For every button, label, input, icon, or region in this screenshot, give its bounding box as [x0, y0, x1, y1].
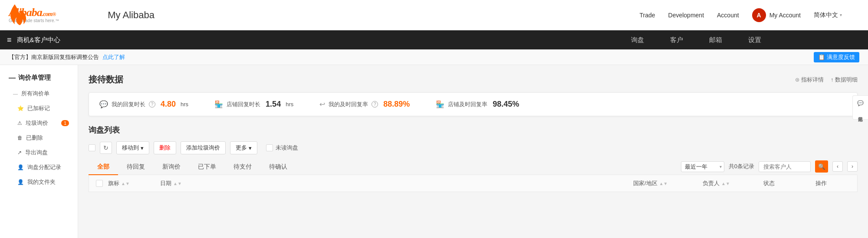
sidebar-item-spam[interactable]: ⚠ 垃圾询价 1 [0, 116, 78, 130]
stats-card: 💬 我的回复时长 ? 4.80 hrs 🏪 店铺回复时长 1.54 hrs ↩ … [89, 92, 858, 116]
top-nav-right: Trade Development Account A My Account 简… [639, 8, 859, 22]
help-icon-2[interactable]: ? [372, 101, 378, 108]
tab-pending-confirm[interactable]: 待确认 [260, 160, 296, 175]
sidebar-item-folder[interactable]: 👤 我的文件夹 [0, 175, 78, 189]
section-title: 商机&客户中心 [17, 36, 60, 44]
stat-shop-reply-time: 🏪 店铺回复时长 1.54 hrs [214, 100, 293, 109]
tab-pending-reply[interactable]: 待回复 [118, 160, 154, 175]
stat-shop-reply-rate: 🏪 店铺及时回复率 98.45% [436, 100, 519, 109]
unread-label: 未读询盘 [276, 144, 298, 152]
satisfaction-label: 满意度反馈 [827, 53, 855, 61]
search-input[interactable] [759, 161, 811, 172]
sort-icon-date: ▲▼ [173, 181, 182, 186]
stat-value-3: 88.89% [383, 100, 410, 109]
nav-inquiry[interactable]: 询盘 [618, 30, 657, 49]
tab-all[interactable]: 全部 [89, 160, 118, 175]
delete-button[interactable]: 删除 [154, 141, 176, 154]
search-button[interactable]: 🔍 [815, 160, 828, 173]
flag-icon: ⭐ [17, 105, 24, 111]
content-header: 接待数据 ⊙ 指标详情 ↑ 数据明细 [89, 74, 858, 85]
help-icon-1[interactable]: ? [149, 101, 155, 108]
announcement-bar: 【官方】南京新版回复指标调整公告 点此了解 📋 满意度反馈 [0, 49, 868, 65]
satisfaction-icon: 📋 [818, 54, 825, 60]
collapse-icon[interactable]: — [9, 74, 16, 82]
satisfaction-button[interactable]: 📋 满意度反馈 [814, 52, 859, 62]
move-to-button[interactable]: 移动到 ▾ [116, 141, 149, 154]
stat-my-reply-time: 💬 我的回复时长 ? 4.80 hrs [99, 100, 188, 109]
logo-area: Alibaba.com® Global trade starts here.™ … [9, 7, 155, 23]
tab-pending-payment[interactable]: 待支付 [225, 160, 260, 175]
sidebar: — 询价单管理 — 所有询价单 ⭐ 已加标记 ⚠ 垃圾询价 1 🗑 已删除 ↗ … [0, 65, 78, 238]
table-header: 旗标 ▲▼ 日期 ▲▼ 国家/地区 ▲▼ 负责人 ▲▼ 状态 操作 [89, 175, 858, 192]
sidebar-item-deleted[interactable]: 🗑 已删除 [0, 130, 78, 145]
sidebar-item-all[interactable]: — 所有询价单 [0, 86, 78, 101]
stat-unit-1: hrs [181, 101, 188, 108]
th-flag[interactable]: 旗标 ▲▼ [108, 179, 160, 187]
announcement-text: 【官方】南京新版回复指标调整公告 [9, 53, 99, 61]
more-button[interactable]: 更多 ▾ [230, 141, 257, 154]
search-icon: 🔍 [818, 163, 825, 170]
tabs: 全部 待回复 新询价 已下单 待支付 待确认 最近一年 ▾ 共0条记录 🔍 ‹ [89, 160, 858, 175]
announcement-link[interactable]: 点此了解 [102, 53, 125, 61]
sidebar-item-marked[interactable]: ⭐ 已加标记 [0, 101, 78, 116]
next-page-button[interactable]: › [847, 161, 858, 172]
reply-icon: ↩ [319, 100, 325, 108]
account-link[interactable]: Account [717, 12, 739, 19]
data-detail-link[interactable]: ↑ 数据明细 [831, 76, 858, 84]
sidebar-item-assign[interactable]: 👤 询盘分配记录 [0, 160, 78, 175]
nav-customer[interactable]: 客户 [657, 30, 696, 49]
spam-icon: ⚠ [17, 120, 22, 126]
top-nav: Alibaba.com® Global trade starts here.™ … [0, 0, 868, 30]
trade-link[interactable]: Trade [639, 12, 655, 19]
period-select[interactable]: 最近一年 [681, 161, 724, 172]
content-area: 接待数据 ⊙ 指标详情 ↑ 数据明细 💬 我的回复时长 ? 4.80 hrs 🏪… [78, 65, 868, 238]
sidebar-section-title: — 询价单管理 [0, 69, 78, 86]
secondary-nav: ≡ 商机&客户中心 询盘 客户 邮箱 设置 [0, 30, 868, 49]
assign-icon: 👤 [17, 164, 24, 170]
stat-label-3: 我的及时回复率 [329, 101, 368, 108]
content-title: 接待数据 [89, 74, 123, 85]
th-country[interactable]: 国家/地区 ▲▼ [633, 179, 703, 187]
my-account-label: My Account [769, 12, 801, 19]
sidebar-item-export[interactable]: ↗ 导出询盘 [0, 145, 78, 160]
stat-unit-2: hrs [286, 101, 293, 108]
th-owner[interactable]: 负责人 ▲▼ [703, 179, 763, 187]
menu-icon[interactable]: ≡ [7, 36, 12, 45]
tab-new-inquiry[interactable]: 新询价 [154, 160, 189, 175]
refresh-button[interactable]: ↻ [100, 142, 112, 154]
inquiry-list-title: 询盘列表 [89, 125, 858, 135]
development-link[interactable]: Development [668, 12, 704, 19]
account-avatar: A [752, 8, 766, 22]
stat-value-4: 98.45% [493, 100, 519, 109]
select-all-checkbox[interactable] [89, 144, 95, 151]
more-dropdown-icon: ▾ [249, 145, 252, 151]
main-layout: — 询价单管理 — 所有询价单 ⭐ 已加标记 ⚠ 垃圾询价 1 🗑 已删除 ↗ … [0, 65, 868, 238]
tab-ordered[interactable]: 已下单 [189, 160, 225, 175]
prev-page-button[interactable]: ‹ [832, 161, 843, 172]
toolbar: ↻ 移动到 ▾ 删除 添加垃圾询价 更多 ▾ 未读询盘 [89, 141, 858, 154]
lang-selector[interactable]: 简体中文 ▾ [814, 11, 842, 19]
my-account-area[interactable]: A My Account [752, 8, 801, 22]
stat-my-reply-rate: ↩ 我的及时回复率 ? 88.89% [319, 100, 410, 109]
trash-icon: 🗑 [17, 135, 23, 141]
th-action: 操作 [815, 179, 850, 187]
table-select-all[interactable] [96, 180, 103, 187]
stat-label-2: 店铺回复时长 [227, 101, 260, 108]
sort-icon-country: ▲▼ [659, 181, 668, 186]
sec-nav-links: 询盘 客户 邮箱 设置 [618, 30, 774, 49]
right-panel[interactable]: 💬 常见问题 [852, 95, 868, 120]
shop-icon-1: 🏪 [214, 100, 223, 108]
stat-label-1: 我的回复时长 [112, 101, 145, 108]
unread-checkbox[interactable] [266, 144, 273, 151]
export-icon: ↗ [17, 150, 22, 156]
stat-label-4: 店铺及时回复率 [448, 101, 487, 108]
add-spam-button[interactable]: 添加垃圾询价 [181, 141, 226, 154]
indicator-link[interactable]: ⊙ 指标详情 [795, 76, 824, 84]
right-panel-icon: 💬 [857, 100, 864, 106]
shop-icon-2: 🏪 [436, 100, 444, 108]
nav-settings[interactable]: 设置 [735, 30, 774, 49]
expand-icon: — [13, 91, 18, 96]
th-date[interactable]: 日期 ▲▼ [160, 179, 221, 187]
flame-icon [7, 3, 29, 29]
nav-mailbox[interactable]: 邮箱 [696, 30, 735, 49]
